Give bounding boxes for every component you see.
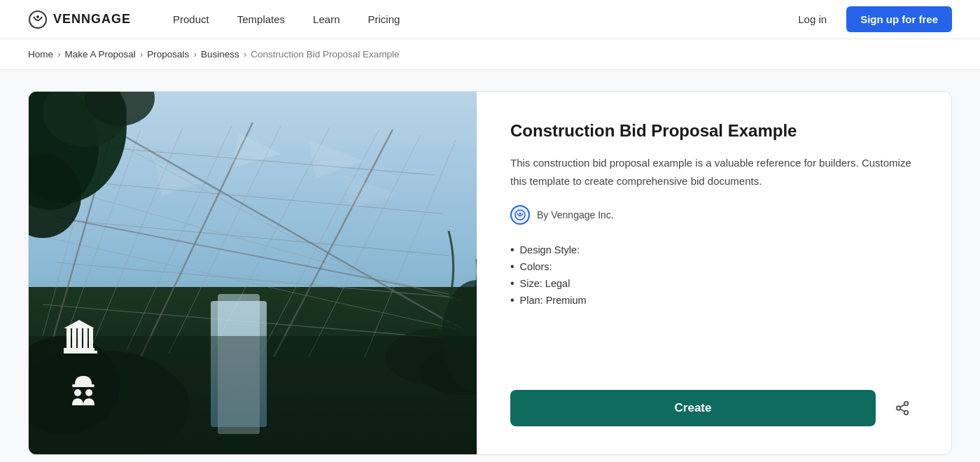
breadcrumb-make-proposal[interactable]: Make A Proposal — [65, 49, 136, 59]
svg-line-59 — [900, 409, 904, 412]
svg-marker-48 — [64, 320, 94, 328]
svg-rect-46 — [83, 328, 88, 348]
building-icon — [64, 318, 103, 355]
action-row: Create — [510, 390, 918, 426]
svg-point-55 — [519, 213, 522, 215]
svg-point-53 — [85, 389, 92, 396]
breadcrumb-sep-4: › — [244, 49, 247, 59]
share-button[interactable] — [887, 393, 918, 424]
nav-links: Product Templates Learn Pricing — [173, 13, 790, 25]
breadcrumb-business[interactable]: Business — [201, 49, 239, 59]
nav-product[interactable]: Product — [173, 13, 209, 25]
logo[interactable]: VENNGAGE — [28, 10, 131, 29]
breadcrumb-sep-1: › — [57, 49, 61, 59]
breadcrumb-current: Construction Bid Proposal Example — [251, 49, 399, 59]
author-row: By Venngage Inc. — [510, 205, 918, 225]
svg-rect-47 — [89, 328, 93, 348]
signup-button[interactable]: Sign up for free — [846, 6, 952, 32]
svg-point-54 — [515, 210, 525, 220]
create-button[interactable]: Create — [510, 390, 876, 426]
svg-rect-45 — [78, 328, 82, 348]
template-title: Construction Bid Proposal Example — [510, 120, 918, 141]
svg-line-60 — [900, 405, 904, 407]
header-actions: Log in Sign up for free — [790, 6, 952, 32]
author-name: By Venngage Inc. — [537, 209, 614, 220]
details-list: Design Style: Colors: Size: Legal Plan: … — [510, 241, 918, 309]
detail-size: Size: Legal — [510, 275, 918, 292]
nav-templates[interactable]: Templates — [237, 13, 285, 25]
header: VENNGAGE Product Templates Learn Pricing… — [0, 0, 980, 39]
nav-learn[interactable]: Learn — [313, 13, 340, 25]
detail-colors: Colors: — [510, 258, 918, 275]
template-image-bg — [29, 92, 477, 454]
svg-point-52 — [74, 389, 81, 396]
template-description: This construction bid proposal example i… — [510, 154, 918, 190]
author-avatar — [510, 205, 530, 225]
product-card: Construction Bid Proposal Example This c… — [28, 91, 952, 455]
logo-text: VENNGAGE — [53, 12, 131, 27]
breadcrumb-sep-3: › — [193, 49, 197, 59]
svg-rect-44 — [72, 328, 76, 348]
svg-rect-51 — [72, 384, 94, 387]
breadcrumb: Home › Make A Proposal › Proposals › Bus… — [0, 39, 980, 70]
detail-design-style: Design Style: — [510, 241, 918, 258]
breadcrumb-proposals[interactable]: Proposals — [147, 49, 189, 59]
template-image-area — [29, 92, 477, 454]
nav-pricing[interactable]: Pricing — [368, 13, 400, 25]
detail-plan: Plan: Premium — [510, 292, 918, 309]
info-area: Construction Bid Proposal Example This c… — [477, 92, 951, 454]
breadcrumb-home[interactable]: Home — [28, 49, 53, 59]
venngage-avatar-icon — [514, 209, 526, 221]
venngage-logo-icon — [28, 10, 48, 29]
worker-icon — [64, 370, 103, 410]
breadcrumb-sep-2: › — [140, 49, 144, 59]
main-content: Construction Bid Proposal Example This c… — [0, 70, 980, 462]
svg-rect-43 — [66, 328, 71, 348]
share-icon — [895, 400, 910, 416]
overlay-icons — [64, 318, 103, 412]
svg-rect-50 — [64, 351, 97, 354]
login-button[interactable]: Log in — [790, 8, 835, 31]
svg-point-1 — [36, 15, 39, 18]
